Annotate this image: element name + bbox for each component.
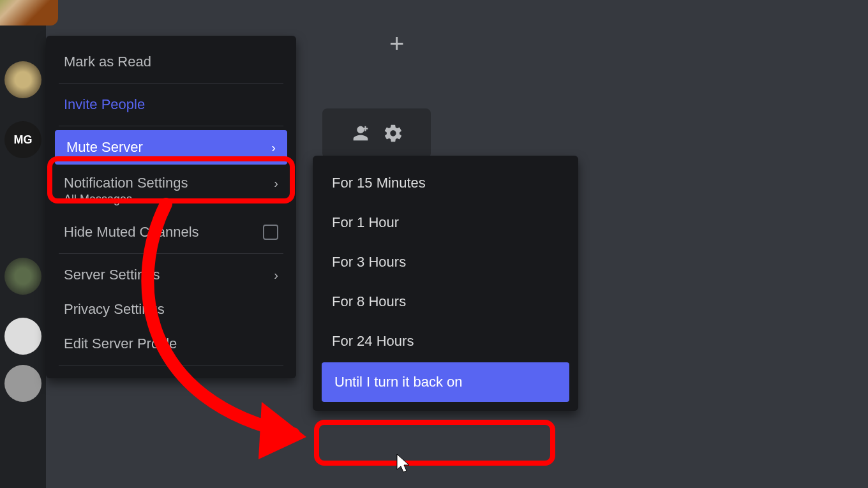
gear-icon[interactable] <box>383 123 403 144</box>
menu-label: Notification Settings <box>64 175 188 191</box>
menu-divider <box>59 126 283 126</box>
annotation-highlight-box <box>314 420 555 466</box>
mute-option-1-hour[interactable]: For 1 Hour <box>319 203 572 242</box>
mute-option-3-hours[interactable]: For 3 Hours <box>319 242 572 282</box>
menu-label: Mute Server <box>66 139 143 156</box>
menu-mark-as-read[interactable]: Mark as Read <box>52 45 290 79</box>
menu-privacy-settings[interactable]: Privacy Settings <box>52 292 290 327</box>
mute-option-until-off[interactable]: Until I turn it back on <box>322 362 569 402</box>
cursor-icon <box>394 453 412 476</box>
menu-subtitle: All Messages <box>64 193 132 206</box>
menu-edit-server-profile[interactable]: Edit Server Profile <box>52 327 290 361</box>
server-icon[interactable] <box>4 318 41 355</box>
chevron-right-icon: › <box>271 140 276 155</box>
menu-notification-settings[interactable]: Notification Settings › All Messages <box>52 166 290 215</box>
mute-server-submenu: For 15 Minutes For 1 Hour For 3 Hours Fo… <box>313 156 578 411</box>
chevron-right-icon: › <box>274 176 278 191</box>
server-icon-active[interactable] <box>0 0 58 26</box>
menu-label: Mark as Read <box>64 54 151 70</box>
add-friend-icon[interactable] <box>350 122 371 144</box>
channel-toolbar <box>322 108 431 158</box>
server-icon[interactable] <box>4 365 41 402</box>
menu-mute-server[interactable]: Mute Server › <box>55 130 287 165</box>
server-list: MG <box>0 0 46 488</box>
mute-option-15-minutes[interactable]: For 15 Minutes <box>319 163 572 203</box>
menu-server-settings[interactable]: Server Settings › <box>52 258 290 292</box>
server-icon[interactable] <box>4 61 41 98</box>
checkbox-icon[interactable] <box>263 225 278 240</box>
plus-icon[interactable]: + <box>389 29 404 58</box>
menu-divider <box>59 365 283 366</box>
server-icon[interactable] <box>4 258 41 295</box>
menu-hide-muted-channels[interactable]: Hide Muted Channels <box>52 215 290 249</box>
menu-label: Privacy Settings <box>64 301 165 318</box>
mute-option-8-hours[interactable]: For 8 Hours <box>319 282 572 322</box>
menu-divider <box>59 83 283 84</box>
chevron-right-icon: › <box>274 268 278 283</box>
menu-label: Invite People <box>64 96 145 113</box>
menu-divider <box>59 253 283 254</box>
server-icon[interactable]: MG <box>4 121 41 158</box>
menu-invite-people[interactable]: Invite People <box>52 87 290 122</box>
menu-label: Hide Muted Channels <box>64 224 199 240</box>
menu-label: Edit Server Profile <box>64 336 177 352</box>
server-context-menu: Mark as Read Invite People Mute Server ›… <box>46 36 296 378</box>
mute-option-24-hours[interactable]: For 24 Hours <box>319 322 572 361</box>
menu-label: Server Settings <box>64 267 160 283</box>
